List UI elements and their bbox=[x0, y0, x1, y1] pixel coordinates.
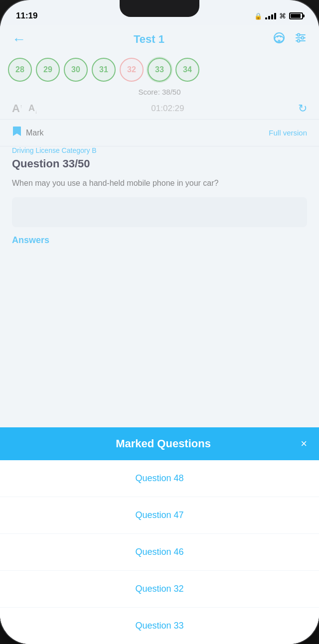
status-time: 11:19 bbox=[16, 11, 37, 21]
wifi-icon: ⌘ bbox=[279, 12, 286, 20]
modal-list-item[interactable]: Question 46 bbox=[0, 534, 319, 571]
modal-list-item[interactable]: Question 32 bbox=[0, 571, 319, 608]
modal-header: Marked Questions × bbox=[0, 427, 319, 460]
modal-list-item[interactable]: Question 33 bbox=[0, 608, 319, 644]
modal-list: Question 48Question 47Question 46Questio… bbox=[0, 460, 319, 644]
modal-close-button[interactable]: × bbox=[301, 438, 307, 449]
modal-list-item[interactable]: Question 47 bbox=[0, 497, 319, 534]
battery-icon bbox=[289, 12, 303, 19]
modal-panel: Marked Questions × Question 48Question 4… bbox=[0, 427, 319, 644]
lock-icon: 🔒 bbox=[254, 12, 262, 20]
signal-bars-icon bbox=[265, 12, 276, 19]
status-icons: 🔒 ⌘ bbox=[254, 12, 303, 20]
modal-title: Marked Questions bbox=[26, 437, 301, 450]
app-content: ← Test 1 bbox=[0, 25, 319, 644]
modal-list-item[interactable]: Question 48 bbox=[0, 460, 319, 497]
